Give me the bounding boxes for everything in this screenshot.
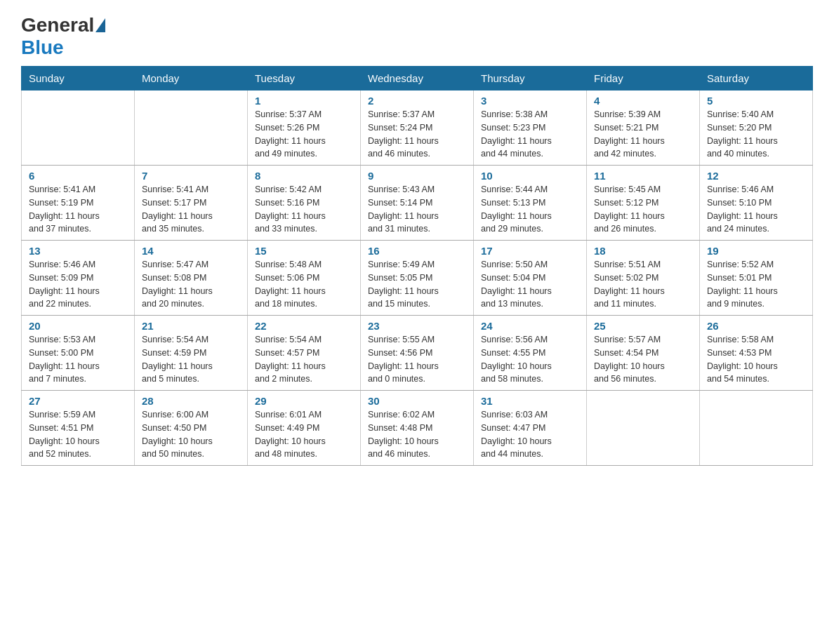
day-number: 23 — [368, 320, 466, 332]
day-number: 17 — [481, 245, 579, 257]
calendar-cell: 13Sunrise: 5:46 AM Sunset: 5:09 PM Dayli… — [22, 241, 135, 316]
day-number: 11 — [594, 170, 692, 182]
day-number: 19 — [707, 245, 805, 257]
day-number: 9 — [368, 170, 466, 182]
day-number: 5 — [707, 95, 805, 107]
day-info: Sunrise: 5:47 AM Sunset: 5:08 PM Dayligh… — [142, 258, 240, 311]
weekday-header-thursday: Thursday — [474, 67, 587, 90]
day-number: 6 — [29, 170, 127, 182]
calendar-cell: 4Sunrise: 5:39 AM Sunset: 5:21 PM Daylig… — [587, 90, 700, 166]
weekday-header-saturday: Saturday — [700, 67, 813, 90]
calendar-cell: 10Sunrise: 5:44 AM Sunset: 5:13 PM Dayli… — [474, 166, 587, 241]
day-info: Sunrise: 5:37 AM Sunset: 5:26 PM Dayligh… — [255, 108, 353, 161]
day-info: Sunrise: 5:37 AM Sunset: 5:24 PM Dayligh… — [368, 108, 466, 161]
day-info: Sunrise: 5:50 AM Sunset: 5:04 PM Dayligh… — [481, 258, 579, 311]
weekday-header-friday: Friday — [587, 67, 700, 90]
day-info: Sunrise: 5:46 AM Sunset: 5:10 PM Dayligh… — [707, 183, 805, 236]
calendar-cell: 7Sunrise: 5:41 AM Sunset: 5:17 PM Daylig… — [135, 166, 248, 241]
calendar-cell: 12Sunrise: 5:46 AM Sunset: 5:10 PM Dayli… — [700, 166, 813, 241]
day-number: 24 — [481, 320, 579, 332]
day-info: Sunrise: 5:42 AM Sunset: 5:16 PM Dayligh… — [255, 183, 353, 236]
day-number: 15 — [255, 245, 353, 257]
day-info: Sunrise: 5:43 AM Sunset: 5:14 PM Dayligh… — [368, 183, 466, 236]
day-number: 25 — [594, 320, 692, 332]
calendar-cell: 16Sunrise: 5:49 AM Sunset: 5:05 PM Dayli… — [361, 241, 474, 316]
day-number: 28 — [142, 395, 240, 407]
calendar-table: SundayMondayTuesdayWednesdayThursdayFrid… — [21, 66, 813, 466]
day-number: 21 — [142, 320, 240, 332]
calendar-cell: 2Sunrise: 5:37 AM Sunset: 5:24 PM Daylig… — [361, 90, 474, 166]
day-number: 22 — [255, 320, 353, 332]
calendar-cell: 15Sunrise: 5:48 AM Sunset: 5:06 PM Dayli… — [248, 241, 361, 316]
logo-triangle-icon — [95, 18, 105, 32]
day-number: 2 — [368, 95, 466, 107]
day-info: Sunrise: 6:00 AM Sunset: 4:50 PM Dayligh… — [142, 408, 240, 461]
calendar-cell: 14Sunrise: 5:47 AM Sunset: 5:08 PM Dayli… — [135, 241, 248, 316]
calendar-cell: 22Sunrise: 5:54 AM Sunset: 4:57 PM Dayli… — [248, 316, 361, 391]
calendar-cell: 24Sunrise: 5:56 AM Sunset: 4:55 PM Dayli… — [474, 316, 587, 391]
day-number: 4 — [594, 95, 692, 107]
weekday-header-row: SundayMondayTuesdayWednesdayThursdayFrid… — [22, 67, 813, 90]
calendar-week-row: 27Sunrise: 5:59 AM Sunset: 4:51 PM Dayli… — [22, 391, 813, 466]
day-info: Sunrise: 5:44 AM Sunset: 5:13 PM Dayligh… — [481, 183, 579, 236]
calendar-cell: 23Sunrise: 5:55 AM Sunset: 4:56 PM Dayli… — [361, 316, 474, 391]
calendar-week-row: 1Sunrise: 5:37 AM Sunset: 5:26 PM Daylig… — [22, 90, 813, 166]
calendar-cell: 19Sunrise: 5:52 AM Sunset: 5:01 PM Dayli… — [700, 241, 813, 316]
day-number: 29 — [255, 395, 353, 407]
day-info: Sunrise: 5:56 AM Sunset: 4:55 PM Dayligh… — [481, 333, 579, 386]
day-info: Sunrise: 5:41 AM Sunset: 5:19 PM Dayligh… — [29, 183, 127, 236]
day-info: Sunrise: 5:41 AM Sunset: 5:17 PM Dayligh… — [142, 183, 240, 236]
day-number: 20 — [29, 320, 127, 332]
day-info: Sunrise: 5:40 AM Sunset: 5:20 PM Dayligh… — [707, 108, 805, 161]
calendar-cell: 9Sunrise: 5:43 AM Sunset: 5:14 PM Daylig… — [361, 166, 474, 241]
day-info: Sunrise: 5:54 AM Sunset: 4:59 PM Dayligh… — [142, 333, 240, 386]
calendar-cell: 8Sunrise: 5:42 AM Sunset: 5:16 PM Daylig… — [248, 166, 361, 241]
day-info: Sunrise: 5:38 AM Sunset: 5:23 PM Dayligh… — [481, 108, 579, 161]
calendar-cell — [135, 90, 248, 166]
day-info: Sunrise: 5:58 AM Sunset: 4:53 PM Dayligh… — [707, 333, 805, 386]
calendar-cell: 5Sunrise: 5:40 AM Sunset: 5:20 PM Daylig… — [700, 90, 813, 166]
day-info: Sunrise: 6:03 AM Sunset: 4:47 PM Dayligh… — [481, 408, 579, 461]
day-info: Sunrise: 5:52 AM Sunset: 5:01 PM Dayligh… — [707, 258, 805, 311]
logo: General Blue — [21, 14, 107, 59]
day-number: 14 — [142, 245, 240, 257]
calendar-cell: 3Sunrise: 5:38 AM Sunset: 5:23 PM Daylig… — [474, 90, 587, 166]
day-info: Sunrise: 6:01 AM Sunset: 4:49 PM Dayligh… — [255, 408, 353, 461]
day-info: Sunrise: 5:54 AM Sunset: 4:57 PM Dayligh… — [255, 333, 353, 386]
weekday-header-sunday: Sunday — [22, 67, 135, 90]
weekday-header-monday: Monday — [135, 67, 248, 90]
day-info: Sunrise: 5:57 AM Sunset: 4:54 PM Dayligh… — [594, 333, 692, 386]
calendar-cell: 27Sunrise: 5:59 AM Sunset: 4:51 PM Dayli… — [22, 391, 135, 466]
calendar-cell: 6Sunrise: 5:41 AM Sunset: 5:19 PM Daylig… — [22, 166, 135, 241]
day-info: Sunrise: 5:45 AM Sunset: 5:12 PM Dayligh… — [594, 183, 692, 236]
calendar-cell: 25Sunrise: 5:57 AM Sunset: 4:54 PM Dayli… — [587, 316, 700, 391]
day-info: Sunrise: 6:02 AM Sunset: 4:48 PM Dayligh… — [368, 408, 466, 461]
calendar-cell — [700, 391, 813, 466]
day-info: Sunrise: 5:39 AM Sunset: 5:21 PM Dayligh… — [594, 108, 692, 161]
day-info: Sunrise: 5:46 AM Sunset: 5:09 PM Dayligh… — [29, 258, 127, 311]
day-number: 30 — [368, 395, 466, 407]
day-number: 8 — [255, 170, 353, 182]
calendar-week-row: 6Sunrise: 5:41 AM Sunset: 5:19 PM Daylig… — [22, 166, 813, 241]
calendar-cell: 29Sunrise: 6:01 AM Sunset: 4:49 PM Dayli… — [248, 391, 361, 466]
calendar-cell: 18Sunrise: 5:51 AM Sunset: 5:02 PM Dayli… — [587, 241, 700, 316]
day-info: Sunrise: 5:51 AM Sunset: 5:02 PM Dayligh… — [594, 258, 692, 311]
day-number: 12 — [707, 170, 805, 182]
day-info: Sunrise: 5:55 AM Sunset: 4:56 PM Dayligh… — [368, 333, 466, 386]
calendar-cell: 28Sunrise: 6:00 AM Sunset: 4:50 PM Dayli… — [135, 391, 248, 466]
calendar-week-row: 13Sunrise: 5:46 AM Sunset: 5:09 PM Dayli… — [22, 241, 813, 316]
calendar-cell: 21Sunrise: 5:54 AM Sunset: 4:59 PM Dayli… — [135, 316, 248, 391]
day-number: 10 — [481, 170, 579, 182]
calendar-cell: 1Sunrise: 5:37 AM Sunset: 5:26 PM Daylig… — [248, 90, 361, 166]
day-number: 3 — [481, 95, 579, 107]
calendar-cell: 31Sunrise: 6:03 AM Sunset: 4:47 PM Dayli… — [474, 391, 587, 466]
day-number: 26 — [707, 320, 805, 332]
calendar-cell — [22, 90, 135, 166]
calendar-cell — [587, 391, 700, 466]
page-header: General Blue — [21, 14, 813, 59]
logo-blue-text: Blue — [21, 36, 64, 59]
day-number: 18 — [594, 245, 692, 257]
logo-general-text: General — [21, 14, 94, 36]
day-info: Sunrise: 5:48 AM Sunset: 5:06 PM Dayligh… — [255, 258, 353, 311]
day-number: 31 — [481, 395, 579, 407]
